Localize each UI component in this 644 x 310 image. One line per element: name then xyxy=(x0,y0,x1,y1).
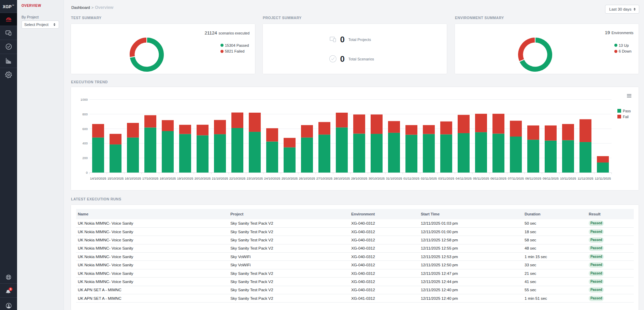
svg-text:23/10/2025: 23/10/2025 xyxy=(247,177,263,180)
svg-text:Fail: Fail xyxy=(623,115,629,119)
svg-text:09/11/2025: 09/11/2025 xyxy=(543,177,559,180)
svg-text:0: 0 xyxy=(10,287,12,291)
svg-text:19/10/2025: 19/10/2025 xyxy=(177,177,194,180)
svg-text:10/11/2025: 10/11/2025 xyxy=(560,177,576,180)
svg-text:Pass: Pass xyxy=(623,109,631,113)
svg-text:18/10/2025: 18/10/2025 xyxy=(160,177,176,180)
svg-text:06/11/2025: 06/11/2025 xyxy=(490,177,506,180)
svg-text:600: 600 xyxy=(82,127,88,131)
svg-text:15/10/2025: 15/10/2025 xyxy=(108,177,124,180)
svg-text:28/10/2025: 28/10/2025 xyxy=(334,177,350,180)
svg-text:24/10/2025: 24/10/2025 xyxy=(264,177,281,180)
svg-text:07/11/2025: 07/11/2025 xyxy=(508,177,524,180)
svg-text:800: 800 xyxy=(82,112,88,116)
svg-text:04/11/2025: 04/11/2025 xyxy=(456,177,472,180)
svg-text:20/10/2025: 20/10/2025 xyxy=(195,177,211,180)
svg-text:05/11/2025: 05/11/2025 xyxy=(473,177,489,180)
svg-text:12/11/2025: 12/11/2025 xyxy=(595,177,611,180)
svg-text:22/10/2025: 22/10/2025 xyxy=(229,177,246,180)
svg-text:200: 200 xyxy=(82,156,88,160)
svg-text:0: 0 xyxy=(86,171,88,174)
svg-text:1000: 1000 xyxy=(81,98,88,101)
svg-text:27/10/2025: 27/10/2025 xyxy=(316,177,333,180)
svg-text:16/10/2025: 16/10/2025 xyxy=(125,177,141,180)
svg-text:31/10/2025: 31/10/2025 xyxy=(386,177,402,180)
svg-text:03/11/2025: 03/11/2025 xyxy=(438,177,454,180)
svg-text:26/10/2025: 26/10/2025 xyxy=(299,177,315,180)
svg-text:17/10/2025: 17/10/2025 xyxy=(142,177,159,180)
svg-text:21/10/2025: 21/10/2025 xyxy=(212,177,228,180)
svg-text:01/11/2025: 01/11/2025 xyxy=(403,177,419,180)
svg-text:400: 400 xyxy=(82,141,88,145)
svg-text:11/11/2025: 11/11/2025 xyxy=(577,177,593,180)
svg-text:02/11/2025: 02/11/2025 xyxy=(421,177,437,180)
svg-text:30/10/2025: 30/10/2025 xyxy=(369,177,385,180)
svg-text:25/10/2025: 25/10/2025 xyxy=(282,177,298,180)
svg-text:29/10/2025: 29/10/2025 xyxy=(351,177,368,180)
svg-text:08/11/2025: 08/11/2025 xyxy=(525,177,541,180)
svg-text:14/10/2025: 14/10/2025 xyxy=(90,177,106,180)
